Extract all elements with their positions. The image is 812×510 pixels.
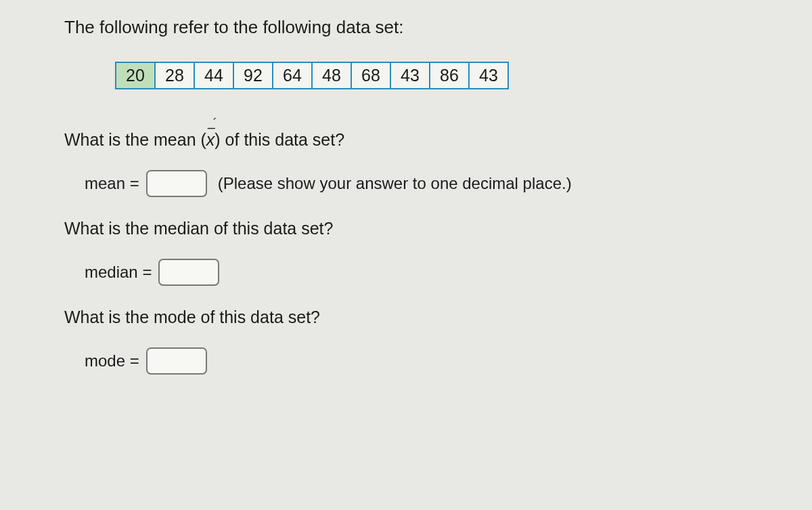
data-cell: 48 [312,62,351,89]
median-label: median = [85,263,152,282]
data-cell: 64 [273,62,312,89]
data-set-table: 20284492644868438643 [115,62,509,89]
mean-label: mean = [85,174,139,193]
data-cell: 68 [351,62,390,89]
intro-text: The following refer to the following dat… [64,17,748,38]
data-cell: 43 [390,62,430,89]
data-cell: 86 [430,62,469,89]
data-cell: 92 [233,62,273,89]
mode-label: mode = [85,352,139,370]
data-cell: 43 [469,62,508,89]
mean-input[interactable] [146,170,207,197]
data-cell: 44 [194,62,233,89]
question-mean: What is the mean (x) of this data set? [64,130,748,150]
median-input[interactable] [158,259,219,286]
mode-input[interactable] [146,347,207,375]
data-cell: 20 [116,62,155,89]
data-cell: 28 [155,62,194,89]
question-median: What is the median of this data set? [64,219,748,238]
mean-hint: (Please show your answer to one decimal … [218,174,572,193]
x-bar-symbol: x [206,130,215,150]
question-mode: What is the mode of this data set? [64,307,748,327]
